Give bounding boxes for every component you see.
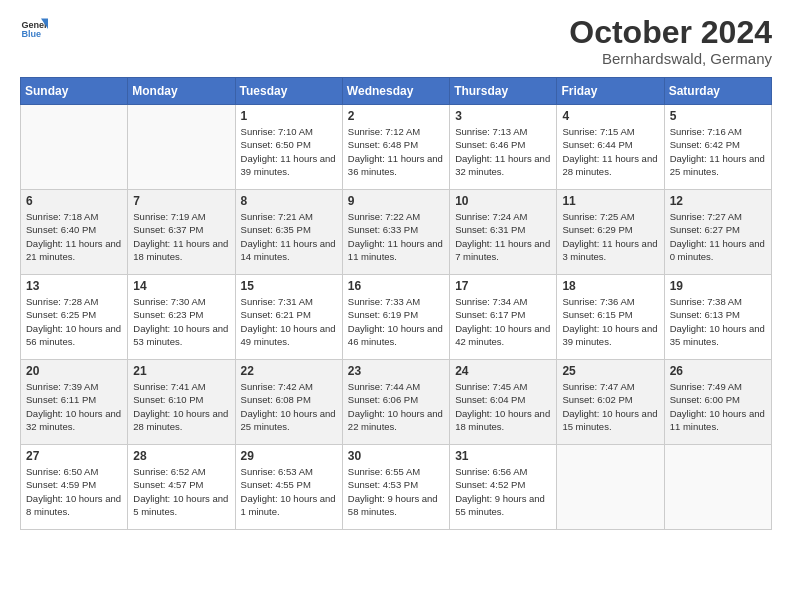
day-number: 15 [241, 279, 337, 293]
day-number: 22 [241, 364, 337, 378]
svg-text:Blue: Blue [21, 29, 41, 39]
cell-content: Sunrise: 7:24 AMSunset: 6:31 PMDaylight:… [455, 210, 551, 263]
calendar-table: Sunday Monday Tuesday Wednesday Thursday… [20, 77, 772, 530]
day-number: 13 [26, 279, 122, 293]
day-number: 20 [26, 364, 122, 378]
cell-2-4: 9Sunrise: 7:22 AMSunset: 6:33 PMDaylight… [342, 190, 449, 275]
cell-5-5: 31Sunrise: 6:56 AMSunset: 4:52 PMDayligh… [450, 445, 557, 530]
cell-content: Sunrise: 7:36 AMSunset: 6:15 PMDaylight:… [562, 295, 658, 348]
day-number: 7 [133, 194, 229, 208]
cell-2-7: 12Sunrise: 7:27 AMSunset: 6:27 PMDayligh… [664, 190, 771, 275]
cell-content: Sunrise: 7:18 AMSunset: 6:40 PMDaylight:… [26, 210, 122, 263]
cell-content: Sunrise: 7:38 AMSunset: 6:13 PMDaylight:… [670, 295, 766, 348]
cell-content: Sunrise: 7:47 AMSunset: 6:02 PMDaylight:… [562, 380, 658, 433]
col-wednesday: Wednesday [342, 78, 449, 105]
month-title: October 2024 [569, 15, 772, 50]
cell-2-2: 7Sunrise: 7:19 AMSunset: 6:37 PMDaylight… [128, 190, 235, 275]
col-sunday: Sunday [21, 78, 128, 105]
day-number: 4 [562, 109, 658, 123]
cell-1-7: 5Sunrise: 7:16 AMSunset: 6:42 PMDaylight… [664, 105, 771, 190]
cell-4-3: 22Sunrise: 7:42 AMSunset: 6:08 PMDayligh… [235, 360, 342, 445]
day-number: 16 [348, 279, 444, 293]
header-row: Sunday Monday Tuesday Wednesday Thursday… [21, 78, 772, 105]
day-number: 1 [241, 109, 337, 123]
day-number: 6 [26, 194, 122, 208]
day-number: 25 [562, 364, 658, 378]
cell-content: Sunrise: 7:21 AMSunset: 6:35 PMDaylight:… [241, 210, 337, 263]
cell-5-2: 28Sunrise: 6:52 AMSunset: 4:57 PMDayligh… [128, 445, 235, 530]
title-section: October 2024 Bernhardswald, Germany [569, 15, 772, 67]
cell-3-1: 13Sunrise: 7:28 AMSunset: 6:25 PMDayligh… [21, 275, 128, 360]
week-row-2: 6Sunrise: 7:18 AMSunset: 6:40 PMDaylight… [21, 190, 772, 275]
cell-content: Sunrise: 7:42 AMSunset: 6:08 PMDaylight:… [241, 380, 337, 433]
cell-2-6: 11Sunrise: 7:25 AMSunset: 6:29 PMDayligh… [557, 190, 664, 275]
cell-content: Sunrise: 7:10 AMSunset: 6:50 PMDaylight:… [241, 125, 337, 178]
day-number: 14 [133, 279, 229, 293]
cell-content: Sunrise: 7:22 AMSunset: 6:33 PMDaylight:… [348, 210, 444, 263]
cell-2-3: 8Sunrise: 7:21 AMSunset: 6:35 PMDaylight… [235, 190, 342, 275]
day-number: 2 [348, 109, 444, 123]
day-number: 28 [133, 449, 229, 463]
day-number: 19 [670, 279, 766, 293]
cell-content: Sunrise: 7:28 AMSunset: 6:25 PMDaylight:… [26, 295, 122, 348]
cell-content: Sunrise: 6:52 AMSunset: 4:57 PMDaylight:… [133, 465, 229, 518]
day-number: 18 [562, 279, 658, 293]
cell-4-7: 26Sunrise: 7:49 AMSunset: 6:00 PMDayligh… [664, 360, 771, 445]
location: Bernhardswald, Germany [569, 50, 772, 67]
cell-3-3: 15Sunrise: 7:31 AMSunset: 6:21 PMDayligh… [235, 275, 342, 360]
day-number: 27 [26, 449, 122, 463]
cell-3-6: 18Sunrise: 7:36 AMSunset: 6:15 PMDayligh… [557, 275, 664, 360]
cell-4-6: 25Sunrise: 7:47 AMSunset: 6:02 PMDayligh… [557, 360, 664, 445]
cell-5-7 [664, 445, 771, 530]
cell-4-4: 23Sunrise: 7:44 AMSunset: 6:06 PMDayligh… [342, 360, 449, 445]
col-thursday: Thursday [450, 78, 557, 105]
cell-4-2: 21Sunrise: 7:41 AMSunset: 6:10 PMDayligh… [128, 360, 235, 445]
day-number: 31 [455, 449, 551, 463]
week-row-3: 13Sunrise: 7:28 AMSunset: 6:25 PMDayligh… [21, 275, 772, 360]
cell-1-1 [21, 105, 128, 190]
cell-3-2: 14Sunrise: 7:30 AMSunset: 6:23 PMDayligh… [128, 275, 235, 360]
cell-content: Sunrise: 7:41 AMSunset: 6:10 PMDaylight:… [133, 380, 229, 433]
day-number: 26 [670, 364, 766, 378]
cell-1-5: 3Sunrise: 7:13 AMSunset: 6:46 PMDaylight… [450, 105, 557, 190]
cell-2-5: 10Sunrise: 7:24 AMSunset: 6:31 PMDayligh… [450, 190, 557, 275]
day-number: 23 [348, 364, 444, 378]
cell-content: Sunrise: 7:19 AMSunset: 6:37 PMDaylight:… [133, 210, 229, 263]
logo: General Blue [20, 15, 48, 43]
cell-content: Sunrise: 7:27 AMSunset: 6:27 PMDaylight:… [670, 210, 766, 263]
header: General Blue October 2024 Bernhardswald,… [20, 15, 772, 67]
cell-content: Sunrise: 7:31 AMSunset: 6:21 PMDaylight:… [241, 295, 337, 348]
cell-content: Sunrise: 7:15 AMSunset: 6:44 PMDaylight:… [562, 125, 658, 178]
logo-icon: General Blue [20, 15, 48, 43]
cell-content: Sunrise: 7:16 AMSunset: 6:42 PMDaylight:… [670, 125, 766, 178]
cell-1-3: 1Sunrise: 7:10 AMSunset: 6:50 PMDaylight… [235, 105, 342, 190]
cell-5-6 [557, 445, 664, 530]
cell-content: Sunrise: 6:55 AMSunset: 4:53 PMDaylight:… [348, 465, 444, 518]
day-number: 30 [348, 449, 444, 463]
cell-content: Sunrise: 6:50 AMSunset: 4:59 PMDaylight:… [26, 465, 122, 518]
cell-3-7: 19Sunrise: 7:38 AMSunset: 6:13 PMDayligh… [664, 275, 771, 360]
cell-content: Sunrise: 7:44 AMSunset: 6:06 PMDaylight:… [348, 380, 444, 433]
day-number: 24 [455, 364, 551, 378]
cell-content: Sunrise: 7:49 AMSunset: 6:00 PMDaylight:… [670, 380, 766, 433]
day-number: 9 [348, 194, 444, 208]
cell-content: Sunrise: 7:39 AMSunset: 6:11 PMDaylight:… [26, 380, 122, 433]
cell-5-3: 29Sunrise: 6:53 AMSunset: 4:55 PMDayligh… [235, 445, 342, 530]
week-row-1: 1Sunrise: 7:10 AMSunset: 6:50 PMDaylight… [21, 105, 772, 190]
cell-5-1: 27Sunrise: 6:50 AMSunset: 4:59 PMDayligh… [21, 445, 128, 530]
week-row-4: 20Sunrise: 7:39 AMSunset: 6:11 PMDayligh… [21, 360, 772, 445]
day-number: 5 [670, 109, 766, 123]
cell-content: Sunrise: 7:45 AMSunset: 6:04 PMDaylight:… [455, 380, 551, 433]
cell-content: Sunrise: 7:13 AMSunset: 6:46 PMDaylight:… [455, 125, 551, 178]
day-number: 12 [670, 194, 766, 208]
cell-3-4: 16Sunrise: 7:33 AMSunset: 6:19 PMDayligh… [342, 275, 449, 360]
cell-3-5: 17Sunrise: 7:34 AMSunset: 6:17 PMDayligh… [450, 275, 557, 360]
cell-content: Sunrise: 6:53 AMSunset: 4:55 PMDaylight:… [241, 465, 337, 518]
cell-content: Sunrise: 7:12 AMSunset: 6:48 PMDaylight:… [348, 125, 444, 178]
day-number: 11 [562, 194, 658, 208]
day-number: 10 [455, 194, 551, 208]
cell-content: Sunrise: 7:25 AMSunset: 6:29 PMDaylight:… [562, 210, 658, 263]
cell-5-4: 30Sunrise: 6:55 AMSunset: 4:53 PMDayligh… [342, 445, 449, 530]
col-friday: Friday [557, 78, 664, 105]
cell-1-2 [128, 105, 235, 190]
